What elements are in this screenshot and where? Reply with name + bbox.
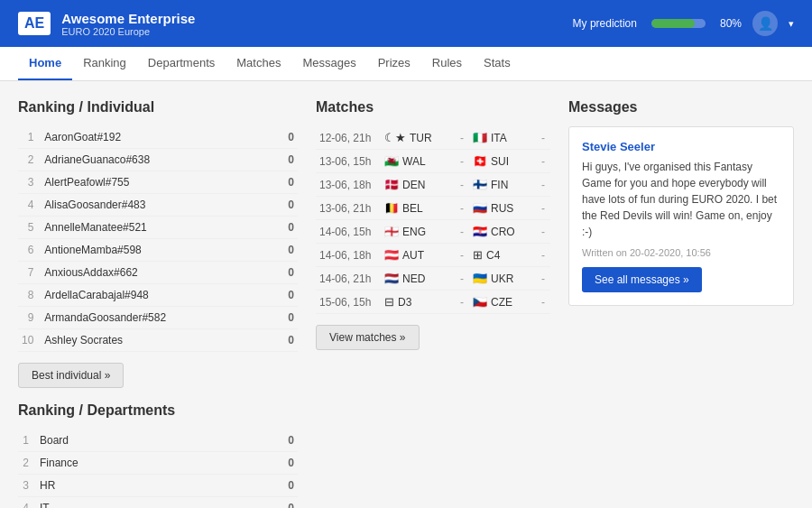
score-cell: 0 xyxy=(246,429,298,452)
rank-cell: 2 xyxy=(18,452,36,475)
team2-name: UKR xyxy=(491,272,513,285)
score-cell: 0 xyxy=(273,239,298,262)
user-avatar[interactable]: 👤 xyxy=(752,11,778,36)
match-team2: 🇫🇮 FIN xyxy=(469,173,536,197)
rank-cell: 1 xyxy=(18,429,36,452)
score-cell: 0 xyxy=(246,475,298,497)
table-row: 1 AaronGoat#192 0 xyxy=(18,126,298,149)
rank-cell: 4 xyxy=(18,194,41,217)
table-row: 8 ArdellaCarabajal#948 0 xyxy=(18,284,298,307)
score-cell: 0 xyxy=(273,126,298,149)
table-row: 7 AnxiousAddax#662 0 xyxy=(18,262,298,284)
score-cell: 0 xyxy=(273,307,298,329)
rank-cell: 6 xyxy=(18,239,41,262)
match-team2: 🇮🇹 ITA xyxy=(469,126,536,150)
match-team1: 🏴󠁧󠁢󠁷󠁬󠁳󠁿 WAL xyxy=(381,150,455,173)
nav-departments[interactable]: Departments xyxy=(137,47,226,80)
nav-ranking[interactable]: Ranking xyxy=(72,47,137,80)
flag-icon: 🇺🇦 xyxy=(473,272,487,285)
team2-name: RUS xyxy=(491,202,513,215)
name-cell: AnnelleManatee#521 xyxy=(41,217,273,239)
match-team1: 🇧🇪 BEL xyxy=(381,197,455,220)
match-team1: ⊟ D3 xyxy=(381,291,455,314)
nav: Home Ranking Departments Matches Message… xyxy=(0,47,812,81)
nav-prizes[interactable]: Prizes xyxy=(367,47,421,80)
match-score: - xyxy=(536,291,550,314)
name-cell: IT xyxy=(36,497,246,509)
flag-icon: 🇫🇮 xyxy=(473,178,487,191)
score-cell: 0 xyxy=(246,452,298,475)
rank-cell: 9 xyxy=(18,307,41,329)
match-team1: 🏴󠁧󠁢󠁥󠁮󠁧󠁿 ENG xyxy=(381,220,455,244)
match-team2: 🇺🇦 UKR xyxy=(469,267,536,291)
best-individual-button[interactable]: Best individual » xyxy=(18,363,124,388)
table-row: 1 Board 0 xyxy=(18,429,298,452)
score-cell: 0 xyxy=(273,171,298,194)
see-all-messages-button[interactable]: See all messages » xyxy=(582,267,702,292)
match-separator: - xyxy=(455,173,469,197)
rank-cell: 3 xyxy=(18,171,41,194)
flag-icon: ☾★ xyxy=(384,131,406,144)
ranking-individual-table: 1 AaronGoat#192 0 2 AdrianeGuanaco#638 0… xyxy=(18,126,298,352)
table-row: 5 AnnelleManatee#521 0 xyxy=(18,217,298,239)
messages-panel: Stevie Seeler Hi guys, I've organised th… xyxy=(568,126,794,306)
rank-cell: 5 xyxy=(18,217,41,239)
nav-stats[interactable]: Stats xyxy=(473,47,521,80)
prediction-label: My prediction xyxy=(573,17,637,30)
nav-matches[interactable]: Matches xyxy=(226,47,291,80)
match-team1: 🇦🇹 AUT xyxy=(381,244,455,267)
flag-icon: 🇩🇰 xyxy=(384,178,399,191)
match-score: - xyxy=(536,244,550,267)
match-team2: ⊞ C4 xyxy=(469,244,536,267)
nav-home[interactable]: Home xyxy=(18,47,72,80)
table-row: 3 HR 0 xyxy=(18,475,298,497)
match-score: - xyxy=(536,150,550,173)
match-separator: - xyxy=(455,220,469,244)
match-date: 14-06, 15h xyxy=(316,220,381,244)
score-cell: 0 xyxy=(273,284,298,307)
match-team2: 🇨🇭 SUI xyxy=(469,150,536,173)
score-cell: 0 xyxy=(273,149,298,171)
user-dropdown-arrow[interactable]: ▾ xyxy=(789,18,794,30)
view-matches-button[interactable]: View matches » xyxy=(316,325,420,350)
flag-icon: ⊟ xyxy=(384,295,394,309)
list-item: 14-06, 21h 🇳🇱 NED - 🇺🇦 UKR - xyxy=(316,267,550,291)
flag-icon: 🇨🇿 xyxy=(473,295,487,309)
team2-name: ITA xyxy=(491,132,507,144)
team1-name: ENG xyxy=(402,226,426,238)
name-cell: Finance xyxy=(36,452,246,475)
team2-name: CRO xyxy=(491,226,515,238)
header-right: My prediction 80% 👤 ▾ xyxy=(573,11,794,36)
list-item: 13-06, 15h 🏴󠁧󠁢󠁷󠁬󠁳󠁿 WAL - 🇨🇭 SUI - xyxy=(316,150,550,173)
name-cell: AlertPeafowl#755 xyxy=(41,171,273,194)
panel-right: Messages Stevie Seeler Hi guys, I've org… xyxy=(568,99,794,306)
match-team1: 🇩🇰 DEN xyxy=(381,173,455,197)
rank-cell: 2 xyxy=(18,149,41,171)
nav-rules[interactable]: Rules xyxy=(421,47,473,80)
name-cell: Board xyxy=(36,429,246,452)
prediction-pct: 80% xyxy=(720,17,742,30)
main-content: Ranking / Individual 1 AaronGoat#192 0 2… xyxy=(0,81,812,508)
matches-table: 12-06, 21h ☾★ TUR - 🇮🇹 ITA - 13-06, 15h … xyxy=(316,126,550,314)
message-date: Written on 20-02-2020, 10:56 xyxy=(582,247,780,258)
ranking-departments-title: Ranking / Departments xyxy=(18,402,298,419)
header: AE Awesome Enterprise EURO 2020 Europe M… xyxy=(0,0,812,47)
list-item: 13-06, 21h 🇧🇪 BEL - 🇷🇺 RUS - xyxy=(316,197,550,220)
match-score: - xyxy=(536,197,550,220)
team1-name: AUT xyxy=(402,249,424,262)
nav-messages[interactable]: Messages xyxy=(291,47,366,80)
match-team1: ☾★ TUR xyxy=(381,126,455,150)
table-row: 9 ArmandaGoosander#582 0 xyxy=(18,307,298,329)
rank-cell: 4 xyxy=(18,497,36,509)
team2-name: C4 xyxy=(486,249,500,262)
team1-name: D3 xyxy=(398,296,411,309)
team1-name: WAL xyxy=(402,155,426,168)
match-separator: - xyxy=(455,291,469,314)
flag-icon: 🇳🇱 xyxy=(384,272,399,285)
list-item: 14-06, 15h 🏴󠁧󠁢󠁥󠁮󠁧󠁿 ENG - 🇭🇷 CRO - xyxy=(316,220,550,244)
messages-title: Messages xyxy=(568,99,794,115)
rank-cell: 3 xyxy=(18,475,36,497)
table-row: 10 Ashley Socrates 0 xyxy=(18,329,298,352)
flag-icon: 🇧🇪 xyxy=(384,201,399,215)
match-team2: 🇨🇿 CZE xyxy=(469,291,536,314)
